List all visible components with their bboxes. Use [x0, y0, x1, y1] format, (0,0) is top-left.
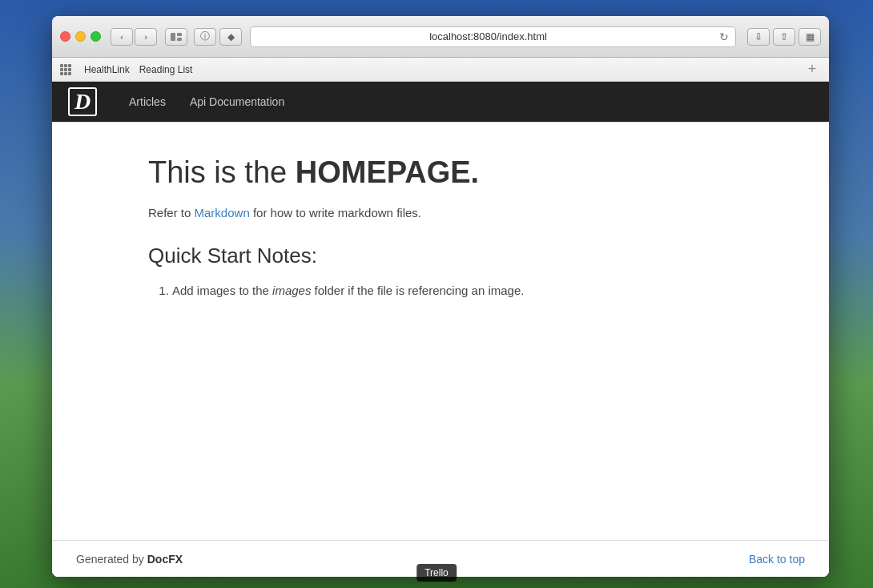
- healthlink-bookmark[interactable]: HealthLink: [81, 62, 133, 77]
- svg-rect-1: [177, 33, 182, 36]
- share-button[interactable]: ⇧: [773, 28, 795, 46]
- reload-button[interactable]: ↻: [719, 30, 729, 43]
- section-heading: Quick Start Notes:: [148, 244, 765, 268]
- nav-buttons: ‹ ›: [111, 28, 157, 46]
- download-button[interactable]: ⇩: [747, 28, 770, 46]
- quick-start-list: Add images to the images folder if the f…: [172, 281, 765, 300]
- info-button[interactable]: ⓘ: [194, 28, 216, 46]
- page-title-prefix: This is the: [148, 155, 296, 189]
- svg-rect-2: [177, 38, 182, 41]
- close-button[interactable]: [60, 31, 70, 42]
- back-button[interactable]: ‹: [111, 28, 133, 46]
- footer-brand: DocFX: [147, 553, 183, 566]
- brand-logo: D: [68, 87, 97, 116]
- subtitle-suffix: for how to write markdown files.: [250, 206, 421, 219]
- shield-button[interactable]: ◆: [219, 28, 242, 46]
- footer-generated: Generated by DocFX: [76, 553, 183, 566]
- bookmarks-bar: HealthLink Reading List +: [52, 58, 829, 82]
- right-buttons: ⇩ ⇧ ▦: [747, 28, 821, 46]
- maximize-button[interactable]: [91, 31, 101, 42]
- svg-rect-0: [171, 33, 175, 41]
- markdown-link[interactable]: Markdown: [195, 206, 250, 219]
- list-item-italic: images: [272, 284, 311, 297]
- list-item-suffix: folder if the file is referencing an ima…: [311, 284, 524, 297]
- address-text: localhost:8080/index.html: [257, 30, 719, 42]
- apps-icon[interactable]: [60, 64, 71, 75]
- page-footer: Generated by DocFX Back to top: [52, 540, 829, 577]
- page-title-bold: HOMEPAGE.: [296, 155, 479, 189]
- page-content: This is the HOMEPAGE. Refer to Markdown …: [52, 122, 829, 577]
- address-base: localhost:8080: [429, 30, 497, 42]
- add-tab-button[interactable]: +: [803, 61, 821, 79]
- title-bar: ‹ › ⓘ ◆ localhost:8080/index.html ↻ ⇩ ⇧ …: [52, 16, 829, 58]
- minimize-button[interactable]: [75, 31, 86, 42]
- reading-list-bookmark[interactable]: Reading List: [136, 62, 196, 77]
- content-area: This is the HOMEPAGE. Refer to Markdown …: [52, 123, 829, 540]
- footer-generated-prefix: Generated by: [76, 553, 147, 566]
- address-bar[interactable]: localhost:8080/index.html ↻: [250, 26, 736, 47]
- nav-api-docs[interactable]: Api Documentation: [190, 95, 284, 108]
- traffic-lights: [60, 31, 101, 42]
- subtitle-prefix: Refer to: [148, 206, 195, 219]
- page-title: This is the HOMEPAGE.: [148, 155, 765, 191]
- tab-view-button[interactable]: [165, 28, 187, 46]
- forward-button[interactable]: ›: [135, 28, 157, 46]
- sidebar-button[interactable]: ▦: [799, 28, 821, 46]
- app-navbar: D Articles Api Documentation: [52, 82, 829, 122]
- back-to-top-link[interactable]: Back to top: [749, 553, 805, 566]
- nav-articles[interactable]: Articles: [129, 95, 166, 108]
- subtitle-text: Refer to Markdown for how to write markd…: [148, 206, 765, 219]
- list-item-prefix: Add images to the: [172, 284, 272, 297]
- address-path: /index.html: [497, 30, 547, 42]
- list-item: Add images to the images folder if the f…: [172, 281, 765, 300]
- browser-window: ‹ › ⓘ ◆ localhost:8080/index.html ↻ ⇩ ⇧ …: [52, 16, 829, 577]
